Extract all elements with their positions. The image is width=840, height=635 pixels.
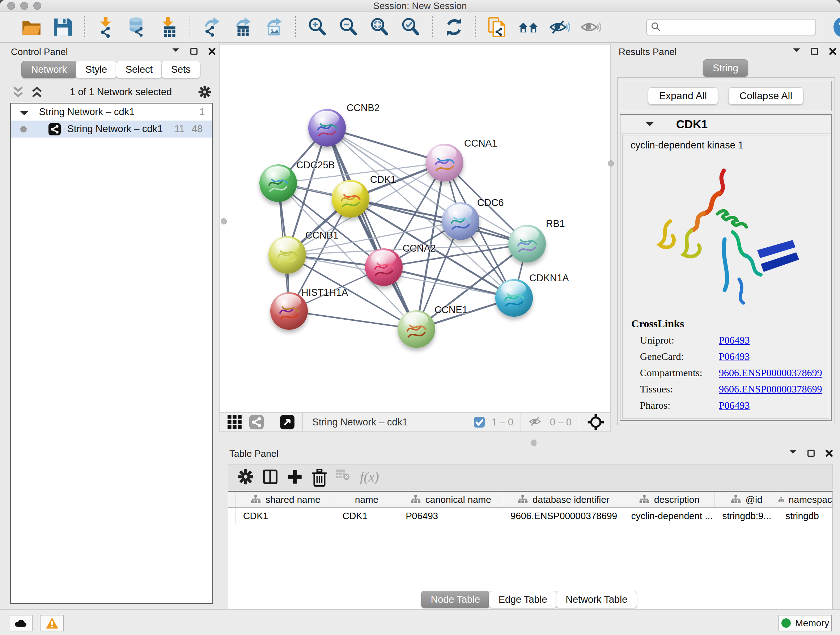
crosslink-link[interactable]: 9606.ENSP00000378699: [719, 383, 822, 395]
cloud-status-button[interactable]: [9, 615, 33, 631]
close-panel-icon[interactable]: [825, 449, 834, 458]
column-header-canonical-name[interactable]: canonical name: [398, 492, 503, 507]
memory-button[interactable]: Memory: [778, 615, 832, 631]
section-collapse-icon[interactable]: [644, 120, 655, 128]
tab-string[interactable]: String: [703, 59, 748, 77]
column-header-namespac[interactable]: namespac: [778, 492, 832, 507]
column-header-@id[interactable]: @id: [715, 492, 778, 507]
column-header-database-identifier[interactable]: database identifier: [503, 492, 624, 507]
network-row[interactable]: String Network – cdk1 11 48: [11, 120, 212, 138]
memory-status-dot: [782, 618, 791, 628]
hidden-eye-icon[interactable]: [529, 416, 543, 428]
search-input[interactable]: [661, 22, 812, 33]
crosslink-link[interactable]: P06493: [719, 351, 750, 363]
table-settings-icon[interactable]: [238, 469, 254, 485]
center-view-icon[interactable]: [587, 413, 605, 431]
network-node-ccne1[interactable]: [398, 310, 435, 348]
column-header-description[interactable]: description: [624, 492, 715, 507]
network-view-title: String Network – cdk1: [312, 417, 408, 428]
tab-node-table[interactable]: Node Table: [421, 591, 490, 608]
table-cell[interactable]: CDK1: [236, 508, 335, 524]
crosslink-label: GeneCard:: [640, 351, 719, 363]
crosslink-link[interactable]: P06493: [719, 334, 750, 346]
search-box[interactable]: [646, 19, 816, 35]
function-builder-icon: f(x): [360, 469, 379, 485]
close-panel-icon[interactable]: [829, 47, 837, 56]
collapse-all-networks-icon[interactable]: [11, 86, 25, 98]
column-header-shared-name[interactable]: shared name: [236, 492, 335, 507]
expand-all-networks-icon[interactable]: [30, 86, 43, 98]
selected-nodes-checkbox-icon[interactable]: [474, 416, 485, 428]
network-node-cdk1[interactable]: [332, 180, 369, 218]
warnings-button[interactable]: [40, 615, 64, 631]
birds-eye-view-icon[interactable]: [227, 415, 242, 429]
network-canvas[interactable]: CCNB2 CCNA1 CDC25B CDK1 CDC6 RB1 CCNB1 C…: [219, 44, 611, 413]
open-session-icon[interactable]: [21, 17, 42, 38]
network-node-cdkn1a[interactable]: [495, 279, 533, 317]
clone-network-icon[interactable]: [487, 17, 508, 38]
zoom-out-icon[interactable]: [338, 17, 359, 38]
table-cell[interactable]: cyclin-dependent ...: [624, 508, 715, 524]
import-network-from-file-icon[interactable]: [95, 17, 117, 38]
crosslink-label: Pharos:: [640, 400, 719, 411]
refresh-view-icon[interactable]: [444, 17, 464, 38]
network-node-cdc6[interactable]: [442, 203, 479, 240]
hide-selected-icon[interactable]: [549, 17, 570, 38]
import-table-from-file-icon[interactable]: [158, 17, 179, 38]
tab-sets[interactable]: Sets: [161, 61, 201, 78]
network-node-ccnb1[interactable]: [268, 236, 306, 274]
table-cell[interactable]: P06493: [398, 508, 503, 524]
network-options-gear-icon[interactable]: [198, 86, 211, 98]
fit-content-icon[interactable]: [369, 17, 390, 38]
table-cell[interactable]: CDK1: [335, 508, 399, 524]
export-image-icon[interactable]: [264, 17, 284, 38]
network-overview-icon[interactable]: [518, 17, 539, 38]
close-panel-icon[interactable]: [208, 47, 216, 56]
detach-view-icon[interactable]: [280, 415, 294, 429]
network-node-ccna1[interactable]: [426, 144, 463, 181]
float-panel-icon[interactable]: [807, 449, 815, 458]
network-collection-row[interactable]: String Network – cdk1 1: [11, 103, 212, 120]
panel-menu-icon[interactable]: [172, 47, 180, 56]
tab-network-table[interactable]: Network Table: [556, 591, 638, 608]
crosslink-link[interactable]: 9606.ENSP00000378699: [719, 367, 822, 379]
splitter-handle-left[interactable]: [221, 218, 227, 225]
horizontal-splitter-handle[interactable]: [531, 440, 537, 447]
zoom-selected-icon[interactable]: [400, 17, 421, 38]
tab-style[interactable]: Style: [76, 61, 117, 78]
zoom-in-icon[interactable]: [307, 17, 328, 38]
expand-all-button[interactable]: Expand All: [648, 87, 718, 105]
export-network-icon[interactable]: [201, 17, 222, 38]
export-table-icon[interactable]: [232, 17, 253, 38]
network-thumbnail-icon[interactable]: [249, 415, 264, 429]
collection-expand-icon[interactable]: [19, 108, 30, 116]
crosslink-link[interactable]: P06493: [719, 400, 750, 411]
gene-section-header[interactable]: CDK1: [621, 115, 831, 134]
float-panel-icon[interactable]: [810, 47, 819, 56]
svg-text:?: ?: [838, 19, 840, 35]
table-cell[interactable]: 9606.ENSP00000378699: [503, 508, 624, 524]
table-row[interactable]: CDK1CDK1P064939606.ENSP00000378699cyclin…: [228, 508, 832, 524]
save-session-icon[interactable]: [52, 17, 73, 38]
panel-menu-icon[interactable]: [792, 47, 801, 56]
network-node-ccnb2[interactable]: [308, 109, 346, 147]
add-column-icon[interactable]: [287, 469, 303, 485]
panel-menu-icon[interactable]: [789, 449, 797, 458]
network-node-rb1[interactable]: [508, 225, 546, 263]
gene-section-body: cyclin-dependent kinase 1: [622, 135, 829, 418]
help-icon[interactable]: ?: [832, 16, 840, 38]
network-node-cdc25b[interactable]: [259, 165, 297, 202]
tab-network[interactable]: Network: [21, 61, 77, 78]
float-panel-icon[interactable]: [189, 47, 198, 56]
tab-edge-table[interactable]: Edge Table: [489, 591, 557, 608]
network-node-ccna2[interactable]: [365, 249, 403, 286]
tab-select[interactable]: Select: [116, 61, 163, 78]
title-bar[interactable]: Session: New Session: [0, 0, 840, 12]
collapse-all-button[interactable]: Collapse All: [728, 87, 804, 105]
delete-column-icon[interactable]: [311, 469, 327, 485]
table-cell[interactable]: stringdb: [778, 508, 832, 524]
table-cell[interactable]: stringdb:9...: [715, 508, 778, 524]
show-columns-icon[interactable]: [262, 469, 278, 485]
column-header-name[interactable]: name: [335, 492, 399, 507]
import-network-from-database-icon[interactable]: [126, 17, 148, 38]
